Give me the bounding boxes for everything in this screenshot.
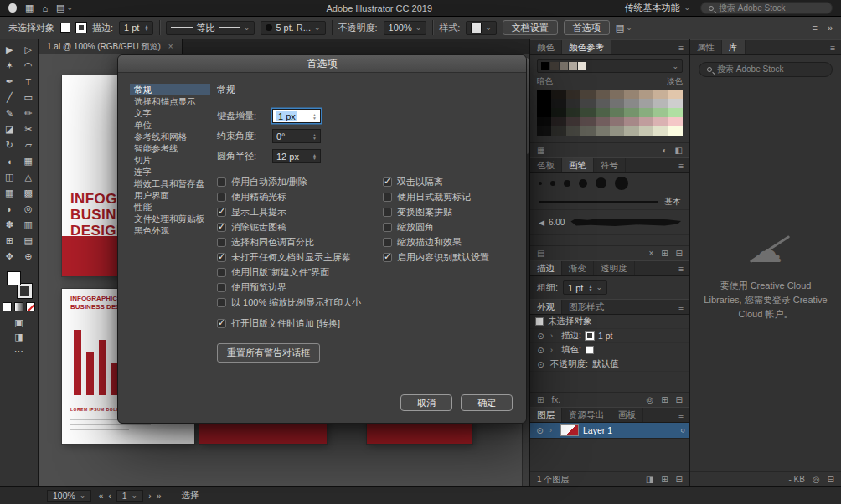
checkbox-box[interactable] (383, 253, 392, 262)
guide-swatch[interactable] (566, 99, 580, 108)
arrange-documents-icon[interactable]: ≡ (812, 23, 817, 33)
brush-dot[interactable] (596, 177, 606, 188)
preference-checkbox[interactable]: 使用精确光标 (217, 189, 383, 204)
panel-tab[interactable]: 画板 (611, 408, 643, 422)
zoom-dropdown[interactable]: 100% ⌄ (47, 490, 91, 502)
brush-dot[interactable] (564, 180, 570, 187)
stepper-arrows-icon[interactable]: ▲▼ (144, 24, 148, 31)
preferences-category-item[interactable]: 用户界面 (130, 189, 210, 201)
guide-swatch[interactable] (639, 90, 653, 99)
edit-colors-icon[interactable]: ◐ (663, 146, 668, 155)
limit-color-group-icon[interactable]: ▦ (537, 146, 544, 155)
guide-swatch[interactable] (580, 99, 595, 108)
panel-menu-icon[interactable]: ≡ (673, 300, 689, 314)
guide-swatch[interactable] (653, 108, 668, 117)
stepper-arrows-icon[interactable]: ▲▼ (312, 133, 317, 140)
stepper-arrows-icon[interactable]: ▲▼ (588, 285, 592, 291)
preferences-button[interactable]: 首选项 (564, 20, 610, 35)
layer-row[interactable]: ⊙ › Layer 1 ○ (530, 423, 689, 439)
remove-brush-stroke-icon[interactable]: × (648, 249, 653, 258)
guide-swatch[interactable] (653, 99, 668, 108)
preference-checkbox[interactable]: 缩放描边和效果 (383, 234, 489, 249)
collapse-panels-icon[interactable]: » (828, 23, 833, 33)
guide-swatch[interactable] (596, 99, 610, 108)
delete-item-icon[interactable]: ⊟ (676, 395, 683, 404)
opacity-field[interactable]: 100% ⌄ (384, 21, 427, 35)
guide-swatch[interactable] (551, 117, 565, 126)
fx-effects-button[interactable]: fx. (551, 395, 560, 404)
artboard-number-field[interactable]: 1 ⌄ (116, 490, 143, 502)
line-segment-tool[interactable]: ╱ (0, 90, 19, 105)
new-stroke-icon[interactable]: ⊞ (537, 395, 544, 404)
charcoal-brush-row[interactable]: ◀ 6.00 (530, 210, 689, 235)
hand-tool[interactable]: ✥ (0, 249, 19, 265)
brush-dot[interactable] (550, 181, 555, 186)
panel-tab[interactable]: 颜色参考 (562, 40, 611, 54)
cancel-button[interactable]: 取消 (400, 394, 452, 411)
guide-swatch[interactable] (624, 108, 638, 117)
scissors-tool[interactable]: ✂ (19, 121, 39, 137)
brush-dot[interactable] (579, 179, 587, 188)
visibility-eye-icon[interactable]: ⊙ (535, 360, 546, 369)
checkbox-box[interactable] (383, 238, 392, 247)
rectangle-tool[interactable]: ▭ (19, 90, 39, 105)
style-dropdown[interactable]: ⌄ (466, 21, 497, 35)
eraser-tool[interactable]: ◪ (0, 121, 19, 137)
checkbox-box[interactable] (217, 268, 226, 277)
document-setup-button[interactable]: 文档设置 (503, 20, 558, 35)
eyedropper-tool[interactable]: ◗ (0, 201, 19, 217)
pen-tool[interactable]: ✒ (0, 74, 19, 90)
next-artboard-icon[interactable]: › (148, 491, 152, 501)
guide-swatch[interactable] (551, 90, 565, 99)
preference-checkbox[interactable]: 缩放圆角 (383, 219, 489, 234)
opacity-row-value[interactable]: 默认值 (592, 358, 619, 370)
guide-swatch[interactable] (668, 90, 683, 99)
preferences-category-item[interactable]: 常规 (130, 84, 210, 95)
panel-tab[interactable]: 外观 (530, 300, 562, 314)
edit-toolbar-button[interactable]: ⋯ (0, 344, 38, 358)
stroke-color-control[interactable] (76, 23, 86, 33)
guide-swatch[interactable] (566, 90, 580, 99)
panel-tab[interactable]: 透明度 (594, 261, 635, 275)
field-input[interactable]: 12 px ▲▼ (272, 149, 321, 163)
panel-tab[interactable]: 图形样式 (562, 300, 611, 314)
stroke-color-swatch[interactable] (586, 332, 594, 340)
guide-swatch[interactable] (624, 126, 638, 136)
preferences-category-item[interactable]: 选择和锚点显示 (130, 95, 210, 107)
magic-wand-tool[interactable]: ✶ (0, 58, 19, 74)
mesh-tool[interactable]: ▦ (0, 185, 19, 201)
guide-swatch[interactable] (639, 108, 653, 117)
preferences-category-item[interactable]: 黑色外观 (130, 224, 210, 236)
screen-mode-button[interactable]: ◨ (0, 330, 38, 344)
guide-swatch[interactable] (537, 90, 551, 99)
artboard-tool[interactable]: ⊞ (0, 233, 19, 249)
panel-tab[interactable]: 画笔 (562, 158, 594, 172)
guide-swatch[interactable] (566, 108, 580, 117)
expand-chevron-icon[interactable]: › (549, 426, 556, 435)
panel-menu-icon[interactable]: ≡ (824, 40, 841, 54)
layer-name[interactable]: Layer 1 (583, 425, 612, 435)
guide-swatch[interactable] (639, 117, 653, 126)
width-tool[interactable]: ◖ (0, 153, 19, 169)
previous-artboard-icon[interactable]: ‹ (108, 491, 111, 501)
panel-tab[interactable]: 符号 (594, 158, 626, 172)
preferences-category-item[interactable]: 连字 (130, 166, 210, 177)
draw-mode-button[interactable]: ▣ (0, 316, 38, 330)
checkbox-box[interactable] (217, 238, 226, 247)
delete-brush-icon[interactable]: ⊟ (676, 249, 683, 258)
ok-button[interactable]: 确定 (461, 394, 513, 411)
gradient-button[interactable] (14, 302, 23, 311)
guide-swatch[interactable] (668, 108, 683, 117)
checkbox-box[interactable] (217, 193, 226, 202)
preference-checkbox[interactable]: 选择相同色调百分比 (217, 234, 383, 249)
checkbox-box[interactable] (217, 298, 226, 307)
workspace-switcher[interactable]: 传统基本功能⌄ (624, 2, 690, 14)
direct-selection-tool[interactable]: ▷ (19, 42, 39, 58)
guide-swatch[interactable] (653, 90, 668, 99)
stroke-swatch[interactable] (18, 284, 32, 298)
duplicate-item-icon[interactable]: ⊞ (661, 395, 668, 404)
guide-swatch[interactable] (537, 99, 551, 108)
gradient-tool[interactable]: ▩ (19, 185, 39, 201)
stroke-row-value[interactable]: 1 pt (598, 331, 613, 341)
expand-chevron-icon[interactable]: › (550, 346, 557, 354)
